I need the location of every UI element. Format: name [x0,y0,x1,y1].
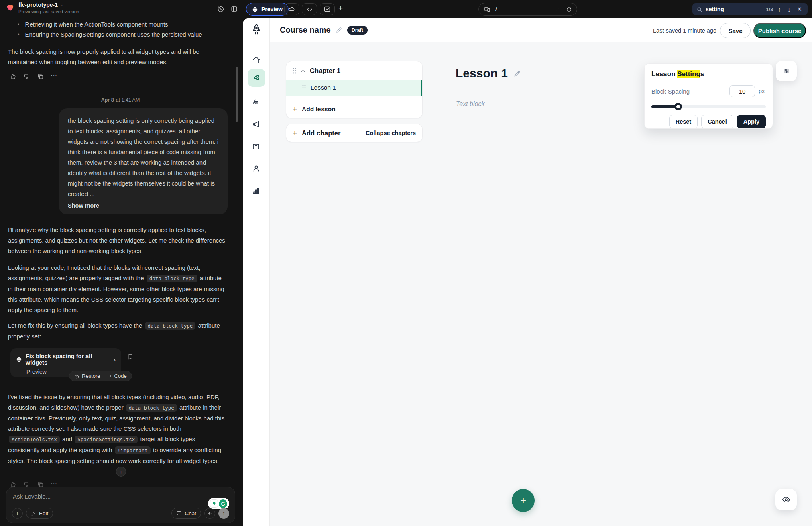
analytics-button[interactable] [320,3,335,15]
preview-label: Preview [261,6,283,12]
rocket-logo-icon[interactable] [250,23,263,37]
project-status: Previewing last saved version [18,9,79,14]
add-lesson-label: Add lesson [302,106,336,113]
edit-lesson-name-icon[interactable] [513,70,521,77]
sidebar-inbox-icon[interactable] [252,142,261,151]
plus-icon: + [293,129,297,137]
panel-toggle-icon[interactable] [230,5,238,13]
project-switcher[interactable]: flc-prototype-1 ⌄ Previewing last saved … [18,2,79,14]
cancel-button[interactable]: Cancel [701,115,733,128]
attach-button[interactable]: + [12,508,23,519]
thumbs-up-icon[interactable] [10,73,16,80]
add-lesson-button[interactable]: + Add lesson [286,100,422,118]
sidebar-home-icon[interactable] [252,55,261,65]
chevron-right-icon: › [114,356,116,363]
voice-input-button[interactable] [204,508,215,519]
device-toggle-icon[interactable] [484,6,490,13]
block-spacing-slider[interactable] [651,103,766,110]
send-button[interactable]: ↑ [218,508,229,519]
lovable-logo-icon[interactable] [6,3,15,12]
course-header: Course name Draft Last saved 1 minute ag… [270,18,812,42]
user-message-bubble: the block spacing setting is only correc… [59,108,228,214]
bookmark-icon[interactable] [127,353,134,361]
search-next-icon[interactable]: ↓ [786,6,792,13]
sidebar-analytics-icon[interactable] [252,186,261,196]
edit-course-name-icon[interactable] [336,27,342,33]
drag-handle-icon[interactable] [293,68,296,74]
code-view-button[interactable] [302,3,317,15]
lesson-item-selected[interactable]: Lesson 1 [286,80,422,96]
code-button[interactable]: Code [107,373,127,379]
edit-mode-button[interactable]: Edit [26,508,53,519]
save-button[interactable]: Save [720,23,751,38]
copy-icon[interactable] [37,73,44,80]
chat-panel: • Retrieving it when the ActionTools com… [0,18,241,526]
collapse-chapters-button[interactable]: Collapse chapters [366,130,416,136]
search-highlight: Setting [677,70,700,78]
code-label: Code [114,373,127,379]
publish-course-button[interactable]: Publish course [753,23,806,38]
user-message-text: the block spacing setting is only correc… [68,116,219,199]
search-match-count: 1/3 [766,6,773,12]
refresh-icon[interactable] [566,6,572,12]
sidebar-profile-icon[interactable] [252,164,261,173]
project-name: flc-prototype-1 [18,2,58,8]
restore-button[interactable]: Restore [74,373,100,379]
bullet-text: Retrieving it when the ActionTools compo… [25,19,168,29]
text-block-placeholder[interactable]: Text block [456,100,484,108]
drag-handle-icon[interactable] [302,85,306,91]
sidebar-community-icon[interactable] [252,98,261,107]
list-item: • Retrieving it when the ActionTools com… [18,19,226,29]
chat-input[interactable] [13,493,165,500]
cloud-sync-button[interactable] [284,3,299,15]
preview-eye-button[interactable] [775,489,797,510]
timestamp-date: Apr 8 [101,97,114,103]
app-sidebar-rail [243,18,270,526]
assistant-paragraph: I've fixed the issue by ensuring that al… [8,392,227,466]
lesson-settings-popover: Lesson Settings Block Spacing px Reset C… [644,63,773,129]
bullet-dot: • [18,29,20,39]
chapter-row[interactable]: Chapter 1 [286,61,422,80]
url-path[interactable]: / [495,6,551,12]
block-spacing-input[interactable] [729,85,755,97]
search-prev-icon[interactable]: ↑ [776,6,783,13]
apply-button[interactable]: Apply [737,115,766,128]
search-input[interactable] [706,6,763,12]
thumbs-down-icon[interactable] [23,73,30,80]
chapter-actions-card: + Add chapter Collapse chapters [286,124,423,142]
add-chapter-button[interactable]: + Add chapter [293,129,340,137]
list-item: • Ensuring the SpacingSettings component… [18,29,226,39]
show-more-link[interactable]: Show more [68,202,99,209]
message-timestamp: Apr 8at 1:41 AM [0,97,241,103]
settings-sliders-button[interactable] [776,61,797,81]
preview-button[interactable]: Preview [246,3,289,16]
up-arrow-icon: ↑ [222,510,225,516]
scroll-to-bottom-button[interactable]: ↓ [116,467,126,477]
more-options-icon[interactable]: ⋯ [51,73,57,80]
unit-label: px [759,88,766,94]
add-tab-icon[interactable]: + [338,4,343,12]
reset-button[interactable]: Reset [669,115,698,128]
top-bar: flc-prototype-1 ⌄ Previewing last saved … [0,0,812,18]
collapse-chapter-icon[interactable] [300,68,306,74]
preview-url-bar[interactable]: / [478,3,577,16]
app-preview: Course name Draft Last saved 1 minute ag… [243,18,812,526]
plus-icon: + [520,494,526,507]
add-block-fab[interactable]: + [512,489,535,512]
version-card-title: Fix block spacing for all widgets [26,353,110,366]
message-actions: ⋯ [10,73,57,80]
open-external-icon[interactable] [556,6,561,12]
chat-scrollbar[interactable] [236,67,238,122]
search-close-icon[interactable]: ✕ [795,6,804,13]
status-badge: Draft [347,26,368,35]
grammarly-g-icon: G [219,499,227,508]
edit-label: Edit [39,510,48,516]
last-saved-text: Last saved 1 minute ago [653,27,716,34]
history-icon[interactable] [217,5,225,13]
find-in-page-bar: 1/3 ↑ ↓ ✕ [692,3,808,15]
slider-thumb[interactable] [674,103,682,110]
sidebar-courses-icon-active[interactable] [248,69,265,87]
version-actions: Restore Code [69,371,132,381]
chat-mode-button[interactable]: Chat [171,508,201,519]
sidebar-announcements-icon[interactable] [252,120,261,129]
